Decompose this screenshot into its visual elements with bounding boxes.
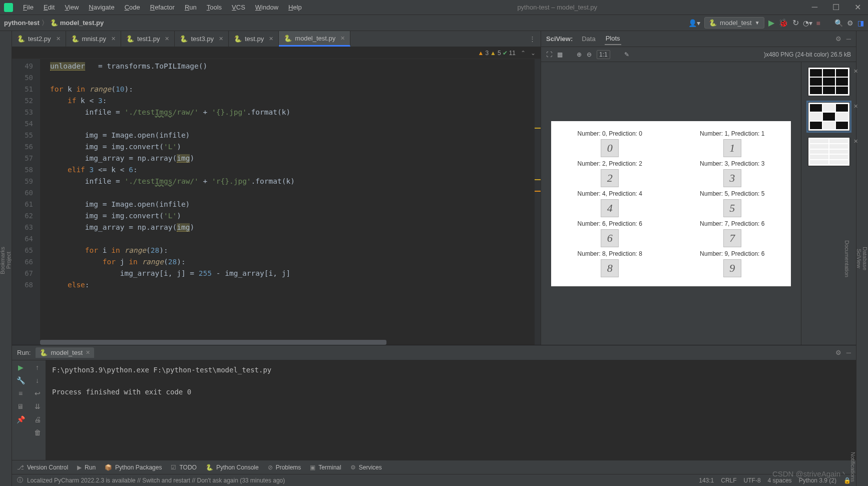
run-tab[interactable]: model_test ✕ (36, 347, 94, 358)
bottom-tool-python-packages[interactable]: 📦Python Packages (105, 464, 162, 471)
debug-button[interactable]: 🐞 (778, 18, 788, 28)
menu-window[interactable]: Window (251, 2, 282, 13)
close-icon[interactable]: ✕ (56, 36, 61, 42)
zoom-in-icon[interactable]: ⊕ (577, 51, 582, 58)
menu-help[interactable]: Help (284, 2, 306, 13)
bottom-tool-python-console[interactable]: 🐍Python Console (206, 464, 259, 471)
close-icon[interactable]: ✕ (340, 35, 345, 42)
menu-refactor[interactable]: Refactor (146, 2, 179, 13)
scroll-icon[interactable]: ⇊ (35, 402, 41, 410)
tab-test1-py[interactable]: test1.py✕ (121, 31, 175, 47)
settings-icon[interactable]: ⚙ (847, 19, 853, 27)
run-config-dropdown[interactable]: model_test ▼ (704, 17, 764, 29)
pin-icon[interactable]: 📌 (17, 415, 25, 423)
rerun-icon[interactable]: ▶ (18, 363, 24, 371)
bottom-tool-version-control[interactable]: ⎇Version Control (17, 464, 68, 471)
project-tool[interactable]: Project (6, 248, 12, 273)
zoom-out-icon[interactable]: ⊖ (587, 51, 592, 58)
close-icon[interactable]: ✕ (853, 103, 858, 110)
code-with-me-icon[interactable]: ◨ (857, 19, 864, 27)
menu-view[interactable]: View (61, 2, 83, 13)
settings-icon[interactable]: ⚙ (835, 35, 841, 43)
editor-body[interactable]: 49 50 51 52 53 54 55 56 57 58 59 60 61 6… (12, 59, 541, 345)
bottom-tool-services[interactable]: ⚙Services (350, 464, 382, 471)
menu-run[interactable]: Run (181, 2, 201, 13)
bottom-tool-problems[interactable]: ⊘Problems (268, 464, 301, 471)
trash-icon[interactable]: 🗑 (34, 428, 41, 436)
tabs-more-icon[interactable]: ⋮ (524, 31, 541, 47)
breadcrumb-file[interactable]: model_test.py (60, 19, 104, 27)
stop-button[interactable]: ■ (816, 19, 820, 27)
notifications-tool[interactable]: Notifications (850, 448, 856, 486)
menu-file[interactable]: File (19, 2, 38, 13)
info-icon[interactable]: ⓘ (17, 476, 23, 484)
wrench-icon[interactable]: 🔧 (17, 376, 25, 384)
up-icon[interactable]: ↑ (36, 363, 39, 371)
interpreter[interactable]: Python 3.9 (2) (799, 477, 836, 484)
color-picker-icon[interactable]: ✎ (624, 51, 629, 58)
bottom-tool-terminal[interactable]: ▣Terminal (310, 464, 341, 471)
chevron-up-icon[interactable]: ⌃ (521, 50, 526, 57)
sciview-tool[interactable]: SciView (856, 245, 862, 272)
chevron-down-icon[interactable]: ⌄ (531, 50, 536, 57)
run-button[interactable]: ▶ (768, 18, 774, 28)
minimize-icon[interactable]: ─ (809, 3, 820, 12)
hide-icon[interactable]: ─ (846, 35, 851, 43)
close-icon[interactable]: ✕ (111, 36, 116, 42)
close-icon[interactable]: ✕ (219, 36, 223, 42)
inspection-summary[interactable]: ▲3 ▲5 ✔11 (478, 50, 516, 57)
settings-icon[interactable]: ⚙ (835, 349, 841, 356)
wrap-icon[interactable]: ↩ (35, 389, 41, 397)
search-icon[interactable]: 🔍 (834, 19, 843, 27)
close-icon[interactable]: ✕ (851, 3, 864, 12)
tab-data[interactable]: Data (581, 33, 596, 45)
status-message[interactable]: Localized PyCharm 2022.2.3 is available … (27, 477, 285, 484)
indent[interactable]: 4 spaces (768, 477, 792, 484)
screen-icon[interactable]: 🖥 (17, 402, 24, 410)
encoding[interactable]: UTF-8 (744, 477, 761, 484)
menu-navigate[interactable]: Navigate (85, 2, 118, 13)
tab-test-py[interactable]: test.py✕ (229, 31, 279, 47)
menu-edit[interactable]: Edit (40, 2, 59, 13)
menu-code[interactable]: Code (121, 2, 144, 13)
scrollbar-thumb[interactable] (40, 340, 386, 345)
thumbnail-1[interactable] (808, 67, 850, 96)
tab-test2-py[interactable]: test2.py✕ (12, 31, 66, 47)
thumbnail-2[interactable] (808, 102, 850, 131)
tab-test3-py[interactable]: test3.py✕ (175, 31, 229, 47)
menu-vcs[interactable]: VCS (228, 2, 249, 13)
grid-icon[interactable]: ▦ (557, 51, 563, 58)
profile-button[interactable]: ◔▾ (803, 19, 812, 27)
close-icon[interactable]: ✕ (86, 349, 90, 356)
layout-icon[interactable]: ≡ (19, 389, 23, 397)
code-area[interactable]: unloader = transforms.ToPILImage() for k… (47, 59, 535, 345)
plot-canvas[interactable]: Number: 0, Prediction: 00Number: 1, Pred… (541, 62, 801, 345)
bottom-tool-todo[interactable]: ☑TODO (171, 464, 196, 471)
thumbnail-3[interactable] (808, 137, 850, 166)
print-icon[interactable]: 🖨 (34, 415, 41, 423)
tab-plots[interactable]: Plots (605, 33, 621, 45)
run-console[interactable]: F:\python3.9\python.exe F:\python-test\m… (46, 360, 856, 460)
tab-model_test-py[interactable]: model_test.py✕ (279, 31, 350, 47)
close-icon[interactable]: ✕ (269, 36, 273, 42)
line-separator[interactable]: CRLF (721, 477, 736, 484)
documentation-tool[interactable]: Documentation (844, 236, 850, 281)
bottom-tool-run[interactable]: ▶Run (77, 464, 96, 471)
coverage-button[interactable]: ↻ (792, 18, 799, 28)
hide-icon[interactable]: ─ (846, 349, 851, 356)
database-tool[interactable]: Database (862, 243, 868, 274)
breadcrumb-project[interactable]: python-test (4, 19, 40, 27)
maximize-icon[interactable]: ☐ (829, 3, 842, 12)
close-icon[interactable]: ✕ (165, 36, 169, 42)
editor-hscrollbar[interactable] (12, 340, 456, 345)
down-icon[interactable]: ↓ (36, 376, 39, 384)
cursor-position[interactable]: 143:1 (699, 477, 714, 484)
user-add-icon[interactable]: 👤▾ (688, 19, 700, 27)
menu-tools[interactable]: Tools (203, 2, 226, 13)
bookmarks-tool[interactable]: Bookmarks (0, 243, 6, 278)
tab-mnist-py[interactable]: mnist.py✕ (66, 31, 121, 47)
fullscreen-icon[interactable]: ⛶ (546, 51, 552, 58)
close-icon[interactable]: ✕ (853, 138, 858, 145)
close-icon[interactable]: ✕ (853, 68, 858, 75)
error-stripe[interactable] (535, 59, 541, 345)
